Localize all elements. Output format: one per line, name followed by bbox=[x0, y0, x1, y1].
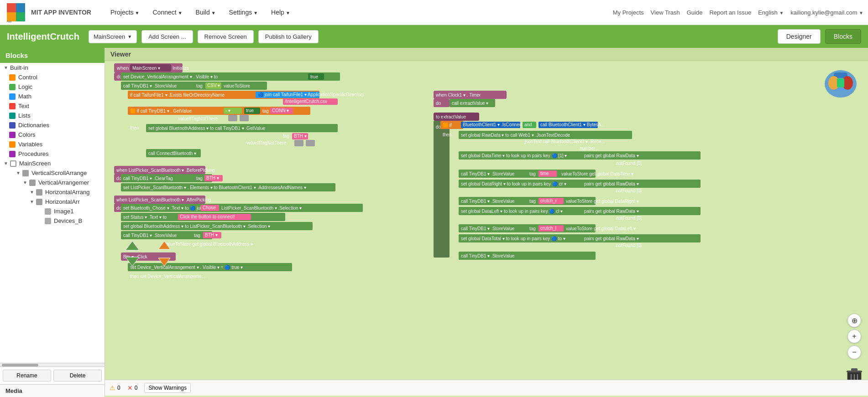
main-screen-tree-label: MainScreen bbox=[19, 160, 51, 167]
warning-icon: ⚠ bbox=[110, 384, 115, 392]
sidebar-item-text[interactable]: Text bbox=[0, 101, 105, 111]
svg-text:MainScreen ▾: MainScreen ▾ bbox=[132, 66, 160, 71]
svg-text:App: App bbox=[7, 20, 12, 23]
svg-text:valueIfTagNotThere: valueIfTagNotThere bbox=[178, 116, 218, 121]
nav-projects[interactable]: Projects▼ bbox=[105, 6, 145, 19]
nav-view-trash[interactable]: View Trash bbox=[651, 9, 680, 16]
built-in-section[interactable]: ▼ Built-in bbox=[0, 63, 105, 72]
sidebar-item-label: HorizontalArr bbox=[45, 198, 80, 205]
main-screen-dropdown[interactable]: MainScreen ▼ bbox=[89, 30, 137, 43]
blocks-button[interactable]: Blocks bbox=[825, 29, 861, 44]
svg-text:set Bluetooth_Chose ▾ .Text ▾ : set Bluetooth_Chose ▾ .Text ▾ to 🔵 join bbox=[123, 205, 204, 211]
error-badge: ✕ 0 bbox=[127, 384, 138, 392]
svg-text:valueToStore  get global DataL: valueToStore get global DataLeft ▾ bbox=[566, 226, 636, 231]
sidebar-item-logic[interactable]: Logic bbox=[0, 82, 105, 92]
sidebar-item-horiz-arrange1[interactable]: ▼ HorizontalArrang bbox=[0, 187, 105, 197]
svg-text:time: time bbox=[540, 171, 549, 176]
svg-text:tag: tag bbox=[529, 199, 536, 204]
svg-text:pairs  get global RawData ▾: pairs get global RawData ▾ bbox=[584, 236, 639, 241]
nav-connect[interactable]: Connect▼ bbox=[147, 6, 188, 19]
nav-guide[interactable]: Guide bbox=[687, 9, 703, 16]
show-warnings-button[interactable]: Show Warnings bbox=[144, 383, 191, 393]
nav-help[interactable]: Help▼ bbox=[266, 6, 296, 19]
svg-text:tag: tag bbox=[529, 171, 536, 176]
error-count: 0 bbox=[135, 385, 138, 391]
svg-text:do: do bbox=[436, 124, 441, 129]
zoom-out-button[interactable]: − bbox=[847, 345, 861, 359]
blocks-svg: when MainScreen ▾ Initialize do set Devi… bbox=[105, 61, 868, 396]
svg-text:BTH ▾: BTH ▾ bbox=[294, 134, 307, 139]
svg-text:🟧 if: 🟧 if bbox=[443, 122, 452, 128]
sidebar-item-devices[interactable]: Devices_B bbox=[0, 216, 105, 226]
main-screen-tree[interactable]: ▼ MainScreen bbox=[0, 159, 105, 168]
sidebar-item-procedures[interactable]: Procedures bbox=[0, 149, 105, 159]
sidebar-item-label: Logic bbox=[18, 83, 32, 90]
sidebar-item-vertical-scroll[interactable]: ▼ VerticalScrollArrange bbox=[0, 168, 105, 178]
logo-text: MIT APP INVENTOR bbox=[31, 9, 91, 16]
svg-rect-160 bbox=[851, 368, 858, 371]
sidebar-item-label: Text bbox=[18, 103, 29, 109]
svg-marker-154 bbox=[125, 241, 139, 250]
sidebar-item-colors[interactable]: Colors bbox=[0, 130, 105, 139]
sidebar-item-math[interactable]: Math bbox=[0, 92, 105, 101]
media-section[interactable]: Media bbox=[0, 384, 105, 397]
nav-user-email[interactable]: kailiong.kylie@gmail.com ▼ bbox=[790, 9, 863, 16]
svg-text:call TinyDB1 ▾ .StoreValue: call TinyDB1 ▾ .StoreValue bbox=[123, 83, 177, 88]
sidebar-item-label: Lists bbox=[18, 112, 31, 119]
nav-my-projects[interactable]: My Projects bbox=[613, 9, 644, 16]
sidebar-scrollbar[interactable] bbox=[0, 363, 105, 366]
svg-marker-3 bbox=[16, 3, 25, 12]
publish-gallery-button[interactable]: Publish to Gallery bbox=[258, 30, 319, 43]
sidebar-scroll-thumb[interactable] bbox=[2, 364, 38, 366]
main-content: Blocks ▼ Built-in Control Logic Math Tex… bbox=[0, 48, 868, 397]
svg-rect-55 bbox=[306, 140, 315, 146]
sidebar-item-horiz-arrange2[interactable]: ▼ HorizontalArr bbox=[0, 197, 105, 206]
zoom-in-button[interactable]: + bbox=[847, 330, 861, 343]
sidebar-item-image1[interactable]: Image1 bbox=[0, 206, 105, 216]
delete-button[interactable]: Delete bbox=[53, 370, 102, 382]
svg-text:when ListPicker_ScanBluetooth : when ListPicker_ScanBluetooth ▾ .AfterPi… bbox=[116, 197, 211, 202]
svg-text:if  call TaifunFile1 ▾ .Exists: if call TaifunFile1 ▾ .Exists fileOrDire… bbox=[130, 93, 225, 98]
sidebar-content[interactable]: ▼ Built-in Control Logic Math Text Li bbox=[0, 63, 105, 363]
nav-english[interactable]: English ▼ bbox=[758, 9, 784, 16]
sidebar-item-dictionaries[interactable]: Dictionaries bbox=[0, 120, 105, 130]
viewer: Viewer bbox=[105, 48, 868, 397]
svg-text:call BluetoothClient1 ▾  Bytes: call BluetoothClient1 ▾ BytesA... bbox=[540, 122, 605, 127]
viewer-header: Viewer bbox=[105, 48, 868, 61]
svg-text:call TinyDB1 ▾ .StoreValue: call TinyDB1 ▾ .StoreValue bbox=[461, 226, 515, 231]
sidebar-item-variables[interactable]: Variables bbox=[0, 139, 105, 149]
svg-text:call TinyDB1 ▾ .StoreValue: call TinyDB1 ▾ .StoreValue bbox=[123, 233, 177, 238]
remove-screen-button[interactable]: Remove Screen bbox=[198, 30, 254, 43]
svg-text:do: do bbox=[436, 101, 441, 106]
media-label: Media bbox=[5, 387, 22, 394]
svg-text:set global DataTime ▾  to  loo: set global DataTime ▾ to look up in pair… bbox=[461, 153, 567, 159]
svg-text:set ListPicker_ScanBluetooth ▾: set ListPicker_ScanBluetooth ▾ . Element… bbox=[123, 185, 306, 190]
svg-text:set Status ▾ .Text ▾  to: set Status ▾ .Text ▾ to bbox=[123, 215, 167, 220]
sidebar-item-control[interactable]: Control bbox=[0, 72, 105, 82]
rename-button[interactable]: Rename bbox=[3, 370, 51, 382]
svg-text:Chose: Chose bbox=[203, 205, 216, 210]
sidebar-item-lists[interactable]: Lists bbox=[0, 111, 105, 120]
sidebar-item-vertical-arrange[interactable]: ▼ VerticalArrangemer bbox=[0, 178, 105, 187]
svg-text:🔵 join  call TaifunFile1 ▾  A: 🔵 join call TaifunFile1 ▾ ApplicationSpe… bbox=[258, 92, 364, 98]
svg-text:then: then bbox=[443, 132, 451, 137]
svg-text:then  set Device_VerticalArran: then set Device_VerticalArrangeme... bbox=[130, 274, 205, 279]
svg-text:BluetoothClient1 ▾ .IsConnecte: BluetoothClient1 ▾ .IsConnected bbox=[463, 122, 528, 127]
svg-text:set Device_VerticalArrangement: set Device_VerticalArrangement ▾ . Visib… bbox=[130, 264, 243, 270]
svg-text:call TinyDB1 ▾ .StoreValue: call TinyDB1 ▾ .StoreValue bbox=[461, 199, 515, 204]
sidebar-item-label: Procedures bbox=[18, 150, 48, 157]
svg-text:then: then bbox=[130, 125, 139, 130]
designer-button[interactable]: Designer bbox=[778, 29, 821, 44]
svg-text:ListPicker_ScanBluetooth ▾ .Se: ListPicker_ScanBluetooth ▾ .Selection ▾ bbox=[221, 206, 302, 211]
nav-settings[interactable]: Settings▼ bbox=[224, 6, 264, 19]
target-button[interactable]: ⊕ bbox=[847, 314, 861, 327]
add-screen-button[interactable]: Add Screen ... bbox=[141, 30, 193, 43]
svg-text:set global BluetoothAddress ▾ : set global BluetoothAddress ▾ to call Ti… bbox=[148, 126, 266, 131]
svg-text:pairs  get global RawData ▾: pairs get global RawData ▾ bbox=[584, 153, 639, 158]
svg-text:notFound  [0]: notFound [0] bbox=[616, 188, 642, 193]
nav-report-issue[interactable]: Report an Issue bbox=[709, 9, 751, 16]
viewer-canvas[interactable]: when MainScreen ▾ Initialize do set Devi… bbox=[105, 61, 868, 396]
logo-area: App MIT APP INVENTOR bbox=[5, 1, 96, 24]
nav-build[interactable]: Build▼ bbox=[190, 6, 221, 19]
svg-text:tag: tag bbox=[196, 176, 203, 181]
